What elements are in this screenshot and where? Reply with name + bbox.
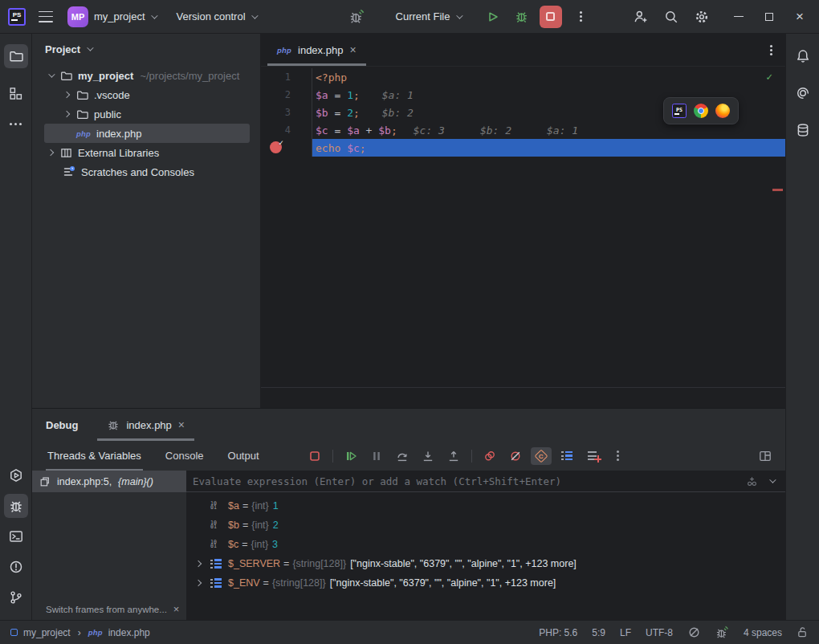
more-debug-options-button[interactable] <box>608 447 629 465</box>
browser-preview-popup: PS <box>663 97 739 124</box>
variable-row-a[interactable]: 1001 $a={int}1 <box>186 496 785 516</box>
debug-tool-button[interactable] <box>4 494 28 518</box>
code-with-me-button[interactable] <box>630 6 652 28</box>
add-watch-button[interactable] <box>582 447 603 465</box>
chevron-down-icon <box>251 12 258 18</box>
editor-tab-index-php[interactable]: php index.php × <box>267 34 366 66</box>
more-icon <box>14 123 17 125</box>
frames-panel: index.php:5, {main}() Switch frames from… <box>32 471 186 620</box>
tab-console[interactable]: Console <box>164 441 206 471</box>
project-panel-header[interactable]: Project <box>32 34 260 64</box>
expand-evaluate-button[interactable] <box>769 479 774 483</box>
highlighting-level-button[interactable] <box>687 626 701 639</box>
tab-close-icon[interactable]: × <box>349 44 356 55</box>
debug-session-tab[interactable]: index.php × <box>97 409 194 441</box>
line-separator-widget[interactable]: LF <box>620 627 631 638</box>
project-name: my_project <box>94 10 145 22</box>
readonly-toggle-button[interactable] <box>797 626 809 638</box>
breakpoint-icon[interactable]: ✓ <box>270 141 282 153</box>
tab-threads-variables[interactable]: Threads & Variables <box>46 441 143 471</box>
stop-button[interactable] <box>540 6 562 28</box>
tree-item-public[interactable]: public <box>32 104 260 124</box>
add-watch-small-button[interactable] <box>746 475 758 487</box>
firefox-browser-icon[interactable] <box>715 104 730 118</box>
search-everywhere-button[interactable] <box>660 6 682 28</box>
mute-breakpoints-button[interactable] <box>505 447 526 465</box>
tab-close-icon[interactable]: × <box>178 419 185 430</box>
run-button[interactable] <box>482 6 504 28</box>
encoding-widget[interactable]: UTF-8 <box>646 627 673 638</box>
settings-button[interactable] <box>691 6 713 28</box>
phpstorm-logo-icon: PS <box>8 8 26 26</box>
run-tool-button[interactable] <box>4 463 28 487</box>
tree-item-root[interactable]: my_project ~/projects/my_project <box>32 66 260 85</box>
pause-button[interactable] <box>366 447 387 465</box>
listen-debug-connections-button[interactable] <box>346 6 369 28</box>
close-button[interactable]: × <box>788 6 811 28</box>
step-over-button[interactable] <box>392 447 413 465</box>
breadcrumb-project[interactable]: my_project <box>23 627 71 638</box>
stop-icon <box>308 450 321 463</box>
code-area[interactable]: 1 <?php 2 $a = 1;$a: 1 3 $b = 2;$b: 2 <box>261 67 785 388</box>
variable-row-b[interactable]: 1001 $b={int}2 <box>186 516 785 535</box>
tree-item-external-libraries[interactable]: External Libraries <box>32 143 260 162</box>
gutter[interactable]: 4 <box>261 121 312 139</box>
maximize-button[interactable] <box>758 6 780 28</box>
caret-position-widget[interactable]: 5:9 <box>592 627 605 638</box>
chevron-down-icon <box>456 12 462 18</box>
chevron-right-icon[interactable] <box>195 580 202 586</box>
version-control-tool-button[interactable] <box>4 585 28 609</box>
chrome-browser-icon[interactable] <box>694 104 708 118</box>
structure-tool-button[interactable] <box>4 81 28 105</box>
indent-widget[interactable]: 4 spaces <box>744 627 782 638</box>
inspection-status-widget[interactable]: ✓ <box>766 71 772 83</box>
notifications-button[interactable] <box>791 44 815 68</box>
tree-item-index-php[interactable]: php index.php <box>44 124 250 143</box>
ai-assistant-button[interactable] <box>791 81 815 105</box>
more-actions-button[interactable] <box>570 6 593 28</box>
gutter[interactable]: ✓ <box>261 139 312 157</box>
xdebug-listening-button[interactable] <box>715 626 729 639</box>
terminal-tool-button[interactable] <box>4 524 28 548</box>
breadcrumb-file[interactable]: index.php <box>108 627 150 638</box>
more-tool-windows-button[interactable] <box>4 112 28 136</box>
run-configuration-selector[interactable]: Current File <box>396 10 461 22</box>
stop-process-button[interactable] <box>304 447 325 465</box>
minimize-button[interactable] <box>727 6 750 28</box>
chevron-right-icon[interactable] <box>195 560 202 567</box>
frame-item[interactable]: index.php:5, {main}() <box>32 471 186 492</box>
editor-options-button[interactable] <box>770 49 785 51</box>
tree-item-scratches[interactable]: Scratches and Consoles <box>32 162 260 181</box>
phpstorm-preview-button[interactable]: PS <box>672 104 687 118</box>
view-breakpoints-button[interactable] <box>479 447 500 465</box>
xdebug-cookie-toggle-button[interactable]: C <box>531 447 552 465</box>
debug-button[interactable] <box>511 6 533 28</box>
project-tool-button[interactable] <box>4 44 28 68</box>
project-widget[interactable]: MP my_project <box>67 6 156 27</box>
gutter[interactable]: 2 <box>261 86 312 104</box>
folder-icon <box>60 70 72 82</box>
version-control-widget[interactable]: Version control <box>177 10 256 22</box>
folder-icon <box>9 49 23 63</box>
main-menu-icon[interactable] <box>39 11 53 22</box>
tip-close-icon[interactable]: × <box>173 603 180 615</box>
database-button[interactable] <box>791 118 815 142</box>
tree-item-vscode[interactable]: .vscode <box>32 85 260 104</box>
layout-settings-button[interactable] <box>755 447 776 465</box>
variable-row-env[interactable]: $_ENV={string[128]}["nginx-stable", "637… <box>186 573 785 593</box>
opcodes-list-button[interactable] <box>556 447 577 465</box>
problems-tool-button[interactable] <box>4 555 28 579</box>
frame-icon <box>39 476 51 487</box>
gutter[interactable]: 3 <box>261 104 312 121</box>
evaluate-input[interactable] <box>186 475 735 488</box>
step-out-button[interactable] <box>443 447 464 465</box>
php-version-widget[interactable]: PHP: 5.6 <box>539 627 577 638</box>
variable-row-c[interactable]: 1001 $c={int}3 <box>186 535 785 554</box>
step-into-button[interactable] <box>418 447 438 465</box>
gutter[interactable]: 1 <box>261 68 312 86</box>
tab-output[interactable]: Output <box>226 441 261 471</box>
debug-window-title[interactable]: Debug <box>46 419 78 431</box>
resume-button[interactable] <box>340 447 361 465</box>
variable-row-server[interactable]: $_SERVER={string[128]}["nginx-stable", "… <box>186 554 785 573</box>
breakpoints-icon <box>483 450 496 463</box>
